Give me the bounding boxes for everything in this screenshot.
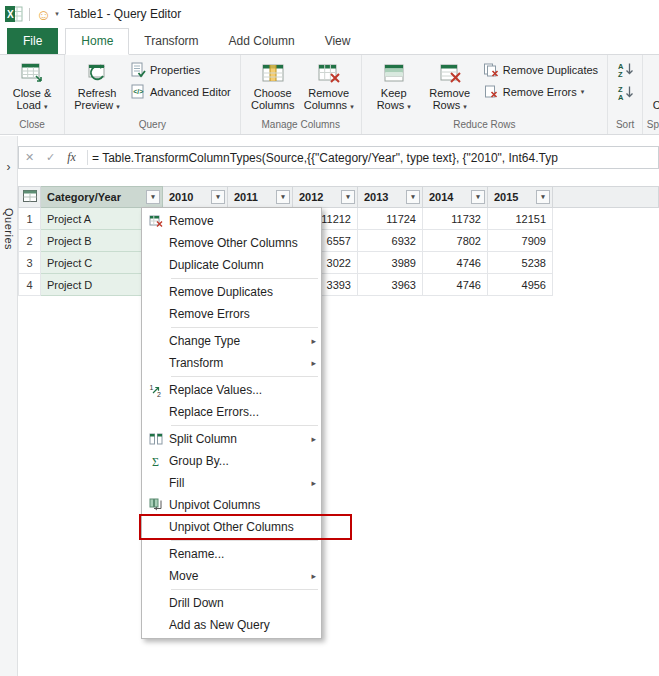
- submenu-arrow-icon: ▸: [311, 358, 316, 368]
- menu-separator: [171, 376, 318, 377]
- advanced-editor-button[interactable]: </> Advanced Editor: [126, 82, 235, 102]
- commit-formula-icon[interactable]: ✓: [40, 151, 61, 164]
- filter-dropdown-icon[interactable]: ▾: [146, 190, 160, 204]
- tab-transform[interactable]: Transform: [129, 29, 213, 54]
- row-number[interactable]: 1: [19, 208, 41, 230]
- cell-value[interactable]: 3989: [358, 252, 423, 274]
- titlebar-separator: [29, 8, 30, 21]
- query-editor-window: { "titlebar": { "title": "Table1 - Query…: [0, 0, 659, 676]
- filter-dropdown-icon[interactable]: ▾: [276, 190, 290, 204]
- table-row: 1 Project A 11212 11724 11732 12151: [19, 208, 659, 230]
- ribbon-group-split-column: Split Column ▾ Split Column: [643, 55, 659, 134]
- cell-value[interactable]: 6932: [358, 230, 423, 252]
- cancel-formula-icon[interactable]: ✕: [19, 151, 40, 164]
- qat-dropdown-icon[interactable]: ▾: [55, 10, 59, 18]
- remove-icon: [149, 214, 163, 228]
- fx-icon: fx: [61, 150, 82, 165]
- choose-columns-button[interactable]: Choose Columns: [246, 58, 300, 113]
- filter-dropdown-icon[interactable]: ▾: [406, 190, 420, 204]
- column-header-2013[interactable]: 2013 ▾: [358, 187, 423, 208]
- tab-file[interactable]: File: [7, 28, 58, 54]
- column-header-2011[interactable]: 2011 ▾: [228, 187, 293, 208]
- remove-errors-button[interactable]: Remove Errors ▾: [479, 82, 602, 102]
- column-header-2012[interactable]: 2012 ▾: [293, 187, 358, 208]
- cell-value[interactable]: 11732: [423, 208, 488, 230]
- group-by-icon: Σ: [149, 454, 163, 468]
- keep-rows-button[interactable]: Keep Rows ▾: [367, 58, 421, 115]
- smiley-qat-icon[interactable]: ☺: [36, 7, 51, 22]
- remove-rows-button[interactable]: Remove Rows ▾: [423, 58, 477, 115]
- group-label-reduce-rows: Reduce Rows: [365, 118, 604, 134]
- filter-dropdown-icon[interactable]: ▾: [211, 190, 225, 204]
- expand-queries-pane-icon[interactable]: ›: [7, 160, 11, 174]
- group-label-sort: Sort: [611, 118, 639, 134]
- menu-item-change-type[interactable]: Change Type ▸: [142, 330, 321, 352]
- cell-value[interactable]: 5238: [488, 252, 553, 274]
- table-row: 3 Project C 3022 3989 4746 5238: [19, 252, 659, 274]
- row-number[interactable]: 4: [19, 274, 41, 296]
- formula-text[interactable]: = Table.TransformColumnTypes(Source,{{"C…: [92, 151, 558, 165]
- menu-separator: [171, 278, 318, 279]
- menu-item-rename[interactable]: Rename...: [142, 543, 321, 565]
- close-load-icon: [19, 60, 45, 87]
- split-column-button[interactable]: Split Column ▾: [648, 58, 659, 115]
- sort-descending-button[interactable]: Z A: [613, 81, 637, 102]
- group-label-manage-columns: Manage Columns: [244, 118, 358, 134]
- column-header-2014[interactable]: 2014 ▾: [423, 187, 488, 208]
- tab-home[interactable]: Home: [65, 28, 129, 55]
- chevron-down-icon: ▾: [350, 103, 354, 110]
- menu-item-unpivot-columns[interactable]: Unpivot Columns: [142, 494, 321, 516]
- menu-item-replace-values[interactable]: 1 2 Replace Values...: [142, 379, 321, 401]
- menu-item-replace-errors[interactable]: Replace Errors...: [142, 401, 321, 423]
- cell-value[interactable]: 3963: [358, 274, 423, 296]
- sort-ascending-button[interactable]: A Z: [613, 58, 637, 79]
- tab-add-column[interactable]: Add Column: [214, 29, 310, 54]
- cell-value[interactable]: 4746: [423, 274, 488, 296]
- queries-pane-label[interactable]: Queries: [3, 208, 15, 250]
- menu-item-remove-errors[interactable]: Remove Errors: [142, 303, 321, 325]
- menu-item-move[interactable]: Move ▸: [142, 565, 321, 587]
- menu-item-add-as-new-query[interactable]: Add as New Query: [142, 614, 321, 636]
- properties-button[interactable]: Properties: [126, 60, 235, 80]
- menu-item-split-column[interactable]: Split Column ▸: [142, 428, 321, 450]
- column-header-2010[interactable]: 2010 ▾: [163, 187, 228, 208]
- cell-value[interactable]: 4956: [488, 274, 553, 296]
- menu-item-group-by[interactable]: Σ Group By...: [142, 450, 321, 472]
- menu-item-remove[interactable]: Remove: [142, 210, 321, 232]
- menu-item-unpivot-other-columns[interactable]: Unpivot Other Columns: [142, 516, 321, 538]
- menu-item-fill[interactable]: Fill ▸: [142, 472, 321, 494]
- column-header-category-year[interactable]: Category/Year ▾: [41, 187, 163, 208]
- filter-dropdown-icon[interactable]: ▾: [471, 190, 485, 204]
- menu-item-duplicate-column[interactable]: Duplicate Column: [142, 254, 321, 276]
- filter-dropdown-icon[interactable]: ▾: [341, 190, 355, 204]
- menu-separator: [171, 540, 318, 541]
- queries-pane-collapsed: › Queries: [0, 136, 18, 676]
- unpivot-columns-icon: [149, 498, 163, 512]
- titlebar: X ☺ ▾ Table1 - Query Editor: [0, 0, 659, 28]
- data-preview-grid: Category/Year ▾ 2010 ▾ 2011 ▾ 2012 ▾: [18, 186, 659, 296]
- ribbon-group-query: Refresh Preview ▾ Properties: [65, 55, 241, 134]
- svg-text:</>: </>: [133, 88, 143, 95]
- cell-value[interactable]: 4746: [423, 252, 488, 274]
- menu-item-transform[interactable]: Transform ▸: [142, 352, 321, 374]
- remove-duplicates-button[interactable]: Remove Duplicates: [479, 60, 602, 80]
- menu-item-remove-duplicates[interactable]: Remove Duplicates: [142, 281, 321, 303]
- chevron-down-icon: ▾: [116, 103, 120, 110]
- column-header-2015[interactable]: 2015 ▾: [488, 187, 553, 208]
- row-number[interactable]: 2: [19, 230, 41, 252]
- cell-value[interactable]: 11724: [358, 208, 423, 230]
- cell-value[interactable]: 12151: [488, 208, 553, 230]
- table-menu-button[interactable]: [19, 187, 41, 208]
- formula-bar[interactable]: ✕ ✓ fx = Table.TransformColumnTypes(Sour…: [18, 146, 659, 169]
- close-and-load-button[interactable]: Close & Load ▾: [5, 58, 59, 115]
- cell-value[interactable]: 7802: [423, 230, 488, 252]
- filter-dropdown-icon[interactable]: ▾: [536, 190, 550, 204]
- menu-item-remove-other-columns[interactable]: Remove Other Columns: [142, 232, 321, 254]
- remove-columns-button[interactable]: Remove Columns ▾: [302, 58, 356, 115]
- menu-item-drill-down[interactable]: Drill Down: [142, 592, 321, 614]
- row-number[interactable]: 3: [19, 252, 41, 274]
- tab-view[interactable]: View: [310, 29, 366, 54]
- split-column-icon: [149, 432, 163, 446]
- cell-value[interactable]: 7909: [488, 230, 553, 252]
- refresh-preview-button[interactable]: Refresh Preview ▾: [70, 58, 124, 115]
